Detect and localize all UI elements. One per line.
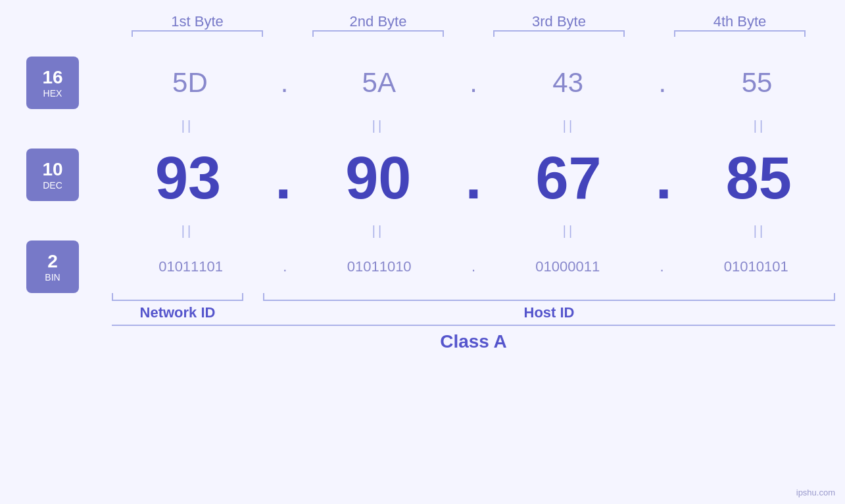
equals-4: || <box>694 118 825 133</box>
equals-3: || <box>503 118 635 133</box>
bin-dot-3: . <box>660 258 664 275</box>
bin-value-4: 01010101 <box>690 258 822 275</box>
equals-7: || <box>503 223 635 239</box>
dec-value-4: 85 <box>693 145 825 212</box>
equals-2: || <box>312 118 444 133</box>
bin-values: 01011101 . 01011010 . 01000011 . 0101010… <box>112 258 835 275</box>
bracket-gap <box>243 293 263 301</box>
hex-value-3: 43 <box>502 67 634 99</box>
dec-dot-2: . <box>465 145 481 212</box>
hex-dot-3: . <box>658 67 666 99</box>
byte-label-3: 3rd Byte <box>487 13 631 30</box>
hex-badge: 16 HEX <box>26 57 79 109</box>
byte-label-1: 1st Byte <box>125 13 270 30</box>
equals-5: || <box>122 223 253 239</box>
main-container: 1st Byte 2nd Byte 3rd Byte 4th Byte 16 H… <box>0 0 845 504</box>
bin-dot-1: . <box>283 258 287 275</box>
host-bracket <box>263 293 835 301</box>
dec-value-2: 90 <box>312 145 444 212</box>
dec-value-3: 67 <box>503 145 635 212</box>
dec-base-number: 10 <box>42 159 62 180</box>
network-id-label: Network ID <box>112 304 243 321</box>
bracket-4 <box>674 30 806 37</box>
bin-row: 2 BIN 01011101 . 01011010 . 01000011 . 0… <box>0 241 845 293</box>
content-area: 16 HEX 5D . 5A . 43 . 55 || || || || <box>0 50 845 491</box>
hex-dot-2: . <box>470 67 477 99</box>
hex-base-number: 16 <box>42 67 62 88</box>
hex-base-label: HEX <box>43 88 62 99</box>
byte-label-2: 2nd Byte <box>306 13 450 30</box>
dec-base-label: DEC <box>43 180 62 191</box>
id-labels-row: Network ID Host ID <box>112 304 835 321</box>
dec-row: 10 DEC 93 . 90 . 67 . 85 <box>0 135 845 221</box>
bin-value-2: 01011010 <box>314 258 445 275</box>
dec-value-1: 93 <box>122 145 254 212</box>
bin-dot-2: . <box>471 258 475 275</box>
host-id-label: Host ID <box>263 304 835 321</box>
bracket-3 <box>493 30 625 37</box>
network-bracket <box>112 293 243 301</box>
hex-dot-1: . <box>281 67 289 99</box>
byte-label-4: 4th Byte <box>667 13 812 30</box>
dec-badge: 10 DEC <box>26 149 79 201</box>
hex-row: 16 HEX 5D . 5A . 43 . 55 <box>0 50 845 116</box>
hex-value-1: 5D <box>124 67 256 99</box>
class-bracket-line <box>112 325 835 326</box>
byte-labels-row: 1st Byte 2nd Byte 3rd Byte 4th Byte <box>107 13 831 30</box>
equals-6: || <box>312 223 444 239</box>
equals-row-1: || || || || <box>112 116 835 135</box>
hex-values: 5D . 5A . 43 . 55 <box>112 67 835 99</box>
equals-1: || <box>122 118 253 133</box>
bin-badge: 2 BIN <box>26 241 79 293</box>
bracket-2 <box>312 30 444 37</box>
bottom-section: Network ID Host ID <box>112 293 835 321</box>
dec-values: 93 . 90 . 67 . 85 <box>112 145 835 212</box>
equals-row-2: || || || || <box>112 221 835 241</box>
equals-8: || <box>694 223 825 239</box>
hex-value-2: 5A <box>313 67 445 99</box>
bin-base-label: BIN <box>45 272 60 283</box>
watermark: ipshu.com <box>796 488 835 497</box>
bracket-1 <box>132 30 263 37</box>
bracket-row <box>107 30 831 37</box>
bin-base-number: 2 <box>47 251 58 272</box>
hex-value-4: 55 <box>691 67 823 99</box>
dec-dot-3: . <box>656 145 672 212</box>
bin-value-1: 01011101 <box>125 258 256 275</box>
class-label: Class A <box>440 331 507 352</box>
class-text-row: Class A <box>112 331 835 352</box>
bin-value-3: 01000011 <box>502 258 633 275</box>
dec-dot-1: . <box>275 145 291 212</box>
id-brackets-row <box>112 293 835 301</box>
